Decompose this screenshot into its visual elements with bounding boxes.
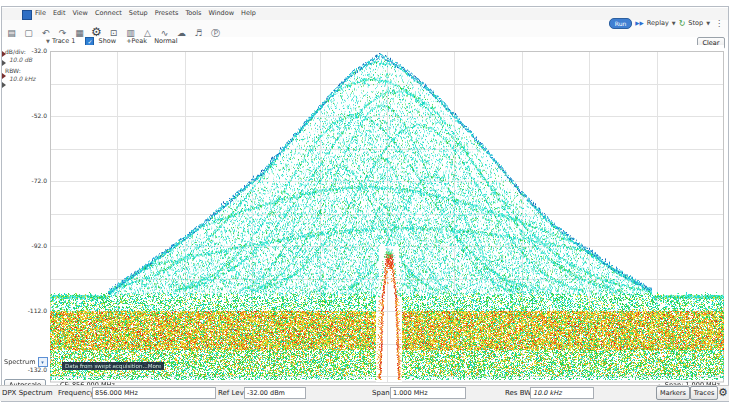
res-bw-label: Res BW <box>505 389 531 397</box>
acquisition-controls: Run ▶▶ Replay ▼ ↻ Stop ▼ ⋮ <box>609 17 723 29</box>
signalvu-window: FileEditViewConnectSetupPresetsToolsWind… <box>0 0 729 411</box>
y-tick-label: -52.0 <box>31 112 47 119</box>
marker-arrow-icon <box>2 73 6 79</box>
ref-level-field[interactable] <box>244 387 306 399</box>
menu-connect[interactable]: Connect <box>95 9 122 17</box>
y-tick-label: -112.0 <box>28 307 47 314</box>
stop-button[interactable]: Stop <box>688 19 703 27</box>
marker-arrow-icon <box>2 82 6 88</box>
menu-presets[interactable]: Presets <box>155 9 179 17</box>
spectrum-display-canvas[interactable] <box>50 45 724 383</box>
display-dropdown-icon[interactable]: ▾ <box>38 357 48 367</box>
frequency-field[interactable] <box>92 387 216 399</box>
ref-level-label: Ref Lev <box>218 389 244 397</box>
menu-tools[interactable]: Tools <box>185 9 201 17</box>
display-name: DPX Spectrum <box>2 389 53 397</box>
replay-button[interactable]: Replay <box>647 19 669 27</box>
y-tick-label: -32.0 <box>31 47 47 54</box>
frequency-label: Frequency <box>58 389 94 397</box>
menu-view[interactable]: View <box>72 9 87 17</box>
marker-arrow-icon <box>2 51 6 57</box>
stop-restart-icon: ↻ <box>679 19 686 28</box>
y-tick-label: -72.0 <box>31 177 47 184</box>
y-tick-label: -92.0 <box>31 242 47 249</box>
marker-arrow-icon <box>2 60 6 66</box>
acquisition-status-message[interactable]: Data from swept acquisition...More <box>62 362 164 370</box>
menu-edit[interactable]: Edit <box>53 9 66 17</box>
res-bw-field[interactable] <box>530 387 594 399</box>
markers-button[interactable]: Markers <box>656 386 690 400</box>
menu-setup[interactable]: Setup <box>129 9 148 17</box>
span-field[interactable] <box>390 387 466 399</box>
replay-dropdown-icon[interactable]: ▼ <box>672 20 676 26</box>
display-selector[interactable]: Spectrum ▾ <box>4 357 48 367</box>
more-options-icon[interactable]: ⋮ <box>715 19 723 28</box>
y-axis-labels: -32.0-52.0-72.0-92.0-112.0-132.0 <box>22 7 47 387</box>
stop-dropdown-icon[interactable]: ▼ <box>706 20 710 26</box>
display-selector-label: Spectrum <box>4 358 36 366</box>
menu-help[interactable]: Help <box>241 9 256 17</box>
span-field-label: Span <box>372 389 390 397</box>
settings-gear-icon[interactable]: ⚙ <box>718 386 728 399</box>
replay-icon: ▶▶ <box>635 20 643 26</box>
run-button[interactable]: Run <box>609 18 633 29</box>
traces-button[interactable]: Traces <box>690 386 718 400</box>
trace-function-selector[interactable]: Normal <box>154 37 178 45</box>
y-tick-label: -132.0 <box>28 366 47 373</box>
trace-selector[interactable]: Trace 1 <box>52 37 75 45</box>
detection-selector[interactable]: +Peak <box>126 37 147 45</box>
app-window: FileEditViewConnectSetupPresetsToolsWind… <box>1 6 729 402</box>
settings-status-bar: DPX Spectrum Frequency Ref Lev Span Res … <box>0 385 729 401</box>
menu-window[interactable]: Window <box>208 9 234 17</box>
menu-bar-items: FileEditViewConnectSetupPresetsToolsWind… <box>35 9 263 17</box>
show-label: Show <box>99 37 117 45</box>
